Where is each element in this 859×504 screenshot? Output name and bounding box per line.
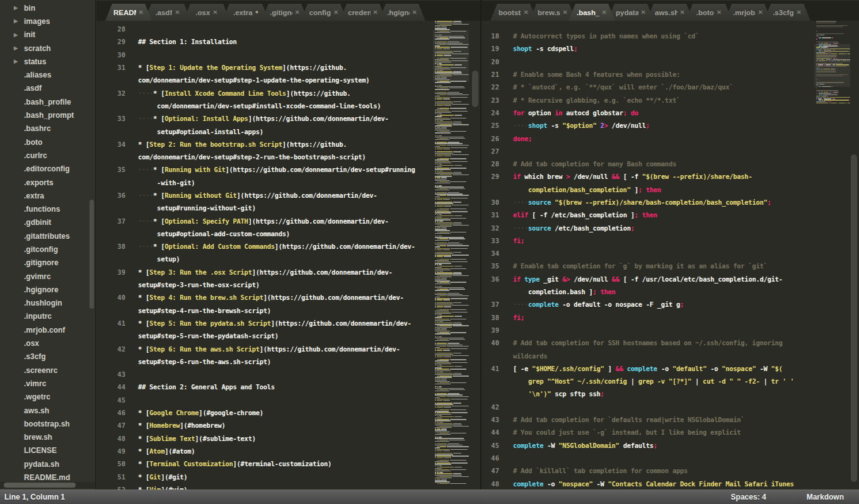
tab--osx[interactable]: .osx✕ — [183, 4, 230, 21]
code-line[interactable]: 20 — [481, 55, 859, 68]
tab-readme-md[interactable]: README.md✕ — [105, 4, 152, 21]
tab-pydata-sh[interactable]: pydata.sh✕ — [608, 4, 654, 21]
sidebar-item--asdf[interactable]: .asdf — [0, 82, 95, 95]
code-line[interactable]: 18# Autocorrect typos in path names when… — [481, 30, 859, 42]
syntax-mode[interactable]: Markdown — [807, 493, 844, 501]
code-line[interactable]: com/donnemartin/dev-setup#step-1-update-… — [96, 74, 480, 86]
code-line[interactable]: 29if which brew > /dev/null && [ -f "$(b… — [481, 170, 859, 183]
code-line[interactable]: 44## Section 2: General Apps and Tools — [96, 381, 480, 393]
sidebar-item--wgetrc[interactable]: .wgetrc — [0, 391, 95, 404]
code-area-right[interactable]: 18# Autocorrect typos in path names when… — [481, 21, 859, 490]
close-icon[interactable]: ✕ — [717, 9, 722, 16]
code-line[interactable]: 45complete -W "NSGlobalDomain" defaults; — [481, 439, 859, 452]
tab--gitignore[interactable]: .gitignore✕ — [262, 4, 308, 21]
sidebar-item--osx[interactable]: .osx — [0, 336, 95, 350]
code-line[interactable]: -with-git) — [96, 176, 480, 189]
code-line[interactable]: 35····* [Running with Git](https://githu… — [96, 163, 480, 176]
tab-credentials[interactable]: credentials✕ — [340, 4, 386, 21]
sidebar-item-images[interactable]: ▶images — [0, 14, 95, 28]
sidebar-item-scratch[interactable]: ▶scratch — [0, 42, 95, 55]
code-line[interactable]: 41[ -e "$HOME/.ssh/config" ] && complete… — [481, 362, 859, 375]
close-icon[interactable]: ✕ — [602, 9, 607, 16]
tab--s3cfg[interactable]: .s3cfg✕ — [764, 4, 810, 21]
code-line[interactable]: 38····* [Optional: Add Custom Commands](… — [96, 240, 480, 253]
code-line[interactable]: 32····* [Install Xcode Command Line Tool… — [96, 86, 480, 99]
sidebar-item--gitignore[interactable]: .gitignore — [0, 256, 95, 270]
code-line[interactable]: 33fi; — [481, 234, 859, 247]
code-line[interactable]: 30 — [96, 49, 480, 61]
code-area-left[interactable]: 2829## Section 1: Installation3031* [Ste… — [96, 21, 480, 490]
sidebar-item--gvimrc[interactable]: .gvimrc — [0, 270, 95, 283]
code-line[interactable]: 36if type _git &> /dev/null && [ -f /usr… — [481, 273, 859, 285]
code-line[interactable]: 30····source "$(brew --prefix)/share/bas… — [481, 196, 859, 209]
code-line[interactable]: '\n')" scp sftp ssh; — [481, 387, 859, 400]
indent-setting[interactable]: Spaces: 4 — [731, 493, 766, 501]
close-icon[interactable]: ✕ — [333, 9, 338, 16]
sidebar-item--inputrc[interactable]: .inputrc — [0, 310, 95, 323]
tab-aws-sh[interactable]: aws.sh✕ — [647, 4, 693, 21]
sidebar-item--gdbinit[interactable]: .gdbinit — [0, 216, 95, 229]
sidebar-horizontal-scrollbar[interactable] — [0, 482, 96, 488]
code-line[interactable]: setup#optional-add-custom-commands) — [96, 227, 480, 240]
code-line[interactable]: 36····* [Running without Git](https://gi… — [96, 189, 480, 202]
code-line[interactable]: 48* [Sublime Text](#sublime-text) — [96, 432, 480, 445]
code-line[interactable]: completion.bash ]; then — [481, 285, 859, 298]
sidebar-item--hushlogin[interactable]: .hushlogin — [0, 297, 95, 310]
code-line[interactable]: 25····shopt -s "$option" 2> /dev/null; — [481, 119, 859, 132]
editor-left[interactable]: 2829## Section 1: Installation3031* [Ste… — [96, 21, 480, 490]
minimap-left[interactable] — [433, 21, 469, 490]
code-line[interactable]: 38fi; — [481, 311, 859, 324]
code-line[interactable]: 34 — [481, 247, 859, 260]
close-icon[interactable]: ✕ — [641, 9, 646, 16]
code-line[interactable]: 19shopt -s cdspell; — [481, 42, 859, 55]
sidebar-item--hgignore[interactable]: .hgignore — [0, 283, 95, 296]
tab--boto[interactable]: .boto✕ — [686, 4, 732, 21]
sidebar-item--editorconfig[interactable]: .editorconfig — [0, 163, 95, 176]
sidebar-item--gitattributes[interactable]: .gitattributes — [0, 229, 95, 243]
tab--bash-profile[interactable]: .bash_profile✕ — [568, 4, 615, 21]
sidebar-item--extra[interactable]: .extra — [0, 189, 95, 202]
sidebar-item-license[interactable]: LICENSE — [0, 444, 95, 457]
folder-disclosure-icon[interactable]: ▶ — [14, 18, 24, 24]
sidebar-item-init[interactable]: ▶init — [0, 28, 95, 42]
folder-disclosure-icon[interactable]: ▶ — [14, 5, 24, 11]
sidebar-item--bash-prompt[interactable]: .bash_prompt — [0, 108, 95, 122]
code-line[interactable]: 34* [Step 2: Run the bootstrap.sh Script… — [96, 138, 480, 151]
code-line[interactable]: 45 — [96, 394, 480, 406]
sidebar-item-bootstrap-sh[interactable]: bootstrap.sh — [0, 417, 95, 430]
folder-disclosure-icon[interactable]: ▶ — [14, 45, 24, 51]
sidebar-item--functions[interactable]: .functions — [0, 202, 95, 215]
sidebar-item--gitconfig[interactable]: .gitconfig — [0, 243, 95, 256]
tab-bootstrap-sh[interactable]: bootstrap.sh✕ — [490, 4, 537, 21]
scrollbar-right[interactable] — [850, 21, 859, 490]
tab-config[interactable]: config✕ — [301, 4, 347, 21]
sidebar-item-bin[interactable]: ▶bin — [0, 1, 95, 14]
code-line[interactable]: 49* [Atom](#atom) — [96, 445, 480, 457]
close-icon[interactable]: ✕ — [563, 9, 568, 16]
code-line[interactable]: 28 — [96, 23, 480, 35]
close-icon[interactable]: ✕ — [680, 9, 685, 16]
code-line[interactable]: 47# Add `killall` tab completion for com… — [481, 464, 859, 477]
code-line[interactable]: setup#step-3-run-the-osx-script) — [96, 278, 480, 291]
code-line[interactable]: 42* [Step 6: Run the aws.sh Script](http… — [96, 342, 480, 355]
code-line[interactable]: 42 — [481, 401, 859, 413]
folder-disclosure-icon[interactable]: ▶ — [14, 32, 24, 38]
code-line[interactable]: 27 — [481, 145, 859, 158]
sidebar-item--s3cfg[interactable]: .s3cfg — [0, 350, 95, 364]
close-icon[interactable]: ✕ — [175, 9, 180, 16]
code-line[interactable]: setup#step-5-run-the-pydatash-script) — [96, 329, 480, 342]
scrollbar-thumb[interactable] — [472, 71, 478, 107]
folder-disclosure-icon[interactable]: ▶ — [14, 59, 24, 64]
code-line[interactable]: 51* [Git](#git) — [96, 470, 480, 483]
code-line[interactable]: setup#running-without-git) — [96, 202, 480, 214]
scrollbar-left[interactable] — [471, 21, 480, 490]
code-line[interactable]: completion/bash_completion" ]; then — [481, 183, 859, 196]
tab--mrjob-conf[interactable]: .mrjob.conf✕ — [725, 4, 771, 21]
code-line[interactable]: 46* [Google Chrome](#google-chrome) — [96, 406, 480, 419]
code-line[interactable]: wildcards — [481, 349, 859, 362]
code-line[interactable]: grep "^Host" ~/.ssh/config | grep -v "[?… — [481, 375, 859, 387]
sidebar-item-brew-sh[interactable]: brew.sh — [0, 431, 95, 444]
sidebar-item--aliases[interactable]: .aliases — [0, 68, 95, 81]
sidebar-item--mrjob-conf[interactable]: .mrjob.conf — [0, 323, 95, 336]
code-line[interactable]: 28# Add tab completion for many Bash com… — [481, 158, 859, 170]
